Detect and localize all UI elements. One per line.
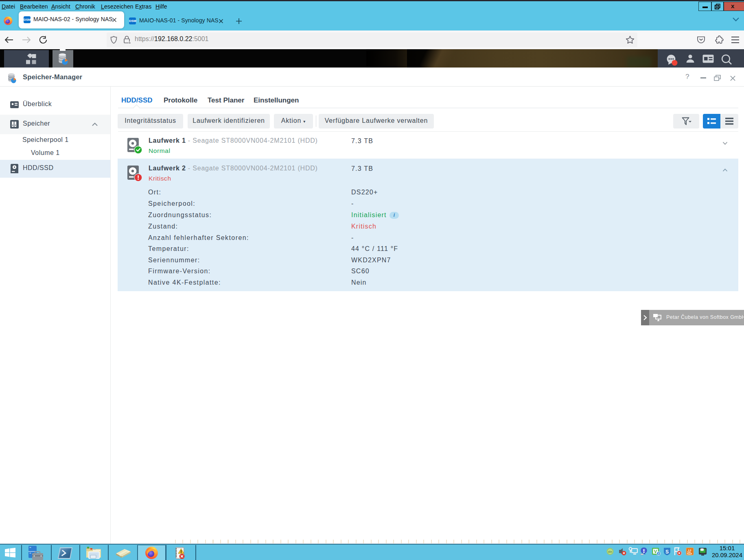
svg-text:sbx: sbx	[608, 550, 613, 553]
svg-text:?: ?	[658, 552, 659, 555]
svg-text:S: S	[665, 549, 669, 555]
